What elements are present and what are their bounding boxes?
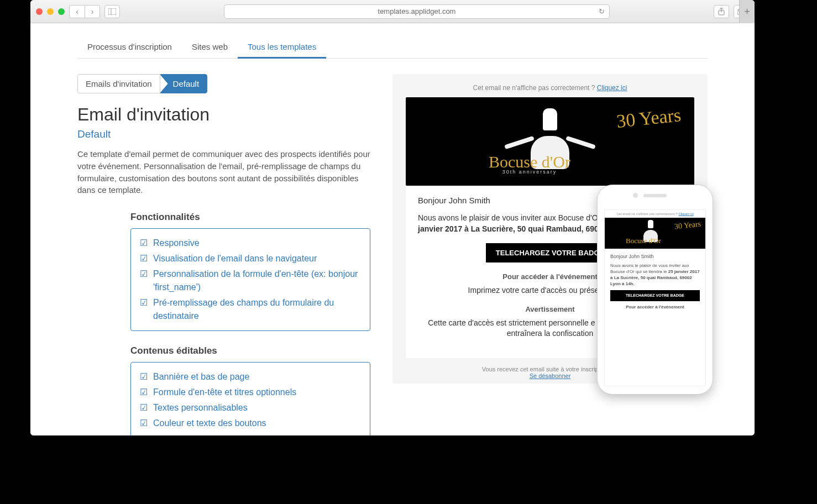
feature-item: Personnalisation de la formule d'en-tête… xyxy=(140,266,361,295)
address-bar[interactable]: templates.applidget.com ↻ xyxy=(224,4,610,19)
share-button[interactable] xyxy=(714,5,729,18)
nav-back-forward: ‹ › xyxy=(69,5,100,18)
page-content: Processus d'inscription Sites web Tous l… xyxy=(30,23,755,435)
feature-item: Visualisation de l'email dans le navigat… xyxy=(140,251,361,266)
preview-banner: Bocuse d'Or 30th anniversary 30 Years xyxy=(406,97,694,186)
tabs: Processus d'inscription Sites web Tous l… xyxy=(77,36,708,59)
check-icon xyxy=(140,401,149,414)
url-text: templates.applidget.com xyxy=(378,7,456,15)
forward-button[interactable]: › xyxy=(85,5,100,18)
email-preview: Cet email ne n'affiche pas correctement … xyxy=(392,74,708,384)
feature-item: Responsive xyxy=(140,235,361,251)
back-button[interactable]: ‹ xyxy=(69,5,85,18)
editable-item: Formule d'en-tête et titres optionnels xyxy=(140,385,361,400)
phone-top-notice: Cet email ne n'affiche pas correctement … xyxy=(605,210,705,218)
phone-top-link[interactable]: Cliquez ici xyxy=(678,212,693,216)
crumb-emails-invitation[interactable]: Emails d'invitation xyxy=(77,74,160,93)
phone-banner: Bocuse d'Or 30 Years xyxy=(605,218,705,249)
window-close-button[interactable] xyxy=(36,8,43,15)
window-maximize-button[interactable] xyxy=(58,8,65,15)
phone-intro: Nous avons le plaisir de vous inviter au… xyxy=(610,263,700,287)
window-controls xyxy=(36,8,65,15)
window-minimize-button[interactable] xyxy=(47,8,54,15)
new-tab-button[interactable]: + xyxy=(739,0,755,23)
editable-item: Couleur et texte des boutons xyxy=(140,416,361,431)
check-icon xyxy=(140,296,149,323)
phone-mockup: Cet email ne n'affiche pas correctement … xyxy=(597,185,713,395)
tab-inscription[interactable]: Processus d'inscription xyxy=(77,36,182,58)
phone-screen: Cet email ne n'affiche pas correctement … xyxy=(604,209,706,386)
check-icon xyxy=(140,386,149,399)
browser-window: ‹ › templates.applidget.com ↻ + Processu… xyxy=(30,0,755,435)
tab-sites-web[interactable]: Sites web xyxy=(182,36,238,58)
titlebar: ‹ › templates.applidget.com ↻ + xyxy=(30,0,755,23)
phone-access-heading: Pour accéder à l'événement xyxy=(610,305,700,311)
crumb-default[interactable]: Default xyxy=(160,74,208,93)
features-heading: Fonctionnalités xyxy=(130,212,370,223)
editable-box: Bannière et bas de page Formule d'en-têt… xyxy=(130,362,370,435)
preview-cta-button[interactable]: TELECHARGEZ VOTRE BADGE xyxy=(486,243,614,262)
reload-icon[interactable]: ↻ xyxy=(599,7,605,15)
banner-logo-text: Bocuse d'Or 30th anniversary xyxy=(489,153,570,175)
features-box: Responsive Visualisation de l'email dans… xyxy=(130,228,370,331)
sidebar-toggle-button[interactable] xyxy=(104,5,120,18)
description: Ce template d'email permet de communique… xyxy=(77,148,370,196)
banner-years: 30 Years xyxy=(616,107,682,129)
check-icon xyxy=(140,252,149,265)
svg-rect-0 xyxy=(108,8,116,15)
check-icon xyxy=(140,417,149,430)
tab-templates[interactable]: Tous les templates xyxy=(238,36,326,59)
page-title: Email d'invitation xyxy=(77,104,370,125)
editable-item: Textes personnalisables xyxy=(140,400,361,416)
preview-unsubscribe-link[interactable]: Se désabonner xyxy=(530,372,571,379)
check-icon xyxy=(140,370,149,384)
editable-item: Bannière et bas de page xyxy=(140,369,361,385)
check-icon xyxy=(140,237,149,250)
preview-top-notice: Cet email ne n'affiche pas correctement … xyxy=(406,84,694,92)
phone-cta-button[interactable]: TELECHARGEZ VOTRE BADGE xyxy=(610,290,700,301)
preview-top-link[interactable]: Cliquez ici xyxy=(597,84,627,92)
check-icon xyxy=(140,267,149,294)
editable-heading: Contenus éditables xyxy=(130,345,370,356)
phone-greeting: Bonjour John Smith xyxy=(610,253,700,260)
breadcrumb: Emails d'invitation Default xyxy=(77,74,370,93)
subtitle: Default xyxy=(77,128,370,140)
feature-item: Pré-remplissage des champs du formulaire… xyxy=(140,295,361,324)
